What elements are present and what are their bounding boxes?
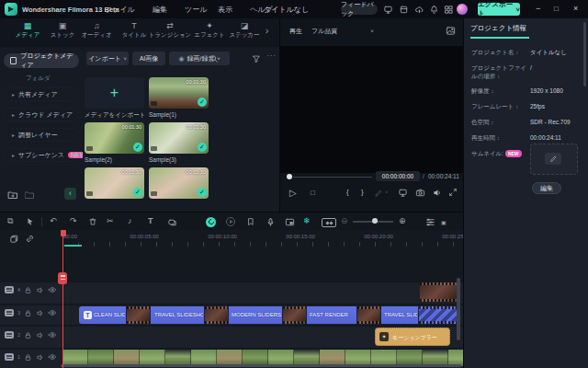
thumbnail-edit-box[interactable]: [530, 144, 578, 175]
menu-view[interactable]: 表示: [218, 5, 232, 15]
clip-thumbnail[interactable]: [126, 306, 151, 324]
window-close-button[interactable]: ×: [573, 4, 578, 13]
mark-out-button[interactable]: }: [361, 188, 364, 196]
tab-audio[interactable]: ♫オーディオ: [78, 21, 115, 40]
sidebar-item-project-media[interactable]: プロジェクトメディア: [4, 53, 79, 68]
window-maximize-button[interactable]: □: [554, 5, 559, 13]
zoom-in-icon[interactable]: ⊕: [399, 216, 406, 226]
pointer-select-icon[interactable]: [26, 217, 35, 226]
preview-snapshot-image-icon[interactable]: [446, 26, 456, 36]
export-button[interactable]: エクスポート˅: [478, 3, 520, 16]
sidebar-item-subsequence[interactable]: ▸サブシーケンスNEW: [4, 148, 79, 162]
chevron-down-icon[interactable]: ˅: [385, 190, 389, 195]
mute-icon[interactable]: [36, 309, 44, 317]
menu-file[interactable]: ファイル: [105, 5, 135, 15]
text-tool-icon[interactable]: T: [148, 216, 153, 226]
sidebar-item-adjustment-layer[interactable]: ▸調整レイヤー: [4, 128, 79, 142]
preview-viewport[interactable]: [280, 46, 464, 173]
audio-detach-icon[interactable]: ♪: [128, 216, 132, 226]
media-thumbnail-sample2[interactable]: 00:01:30✓: [85, 122, 144, 154]
edit-button[interactable]: 編集: [532, 182, 561, 194]
clip-thumbnail[interactable]: [356, 306, 381, 324]
title-clip-group[interactable]: T CLEAN SLIDES TRAVEL SLIDESHOW MODERN S…: [79, 306, 459, 324]
media-thumbnail-5[interactable]: 00:01:30✓: [149, 167, 209, 199]
tabs-more-arrow[interactable]: ›: [266, 26, 268, 36]
motion-blur-clip[interactable]: ✦ モーションブラー: [375, 328, 450, 346]
new-folder-icon[interactable]: [7, 190, 18, 201]
lock-icon[interactable]: [24, 286, 32, 294]
tab-stock[interactable]: ▣ストック: [44, 21, 81, 40]
record-button[interactable]: ◉録画/録音˅: [169, 52, 230, 65]
import-media-tile[interactable]: +: [85, 77, 144, 109]
tab-media[interactable]: ▦メディア: [9, 21, 46, 40]
tab-sticker[interactable]: ◪ステッカー: [226, 21, 263, 40]
voiceover-mic-icon[interactable]: [266, 217, 276, 227]
mute-icon[interactable]: [36, 331, 44, 339]
undo-icon[interactable]: ↶: [50, 216, 57, 226]
resource-box-icon[interactable]: [399, 5, 409, 15]
panel-scrollbar[interactable]: [583, 22, 586, 86]
zoom-out-icon[interactable]: ⊖: [341, 216, 348, 226]
media-thumbnail-4[interactable]: 00:01:30✓: [85, 167, 144, 199]
media-thumbnail-sample3[interactable]: 00:01:30✓: [149, 122, 209, 154]
more-options-icon[interactable]: ···: [266, 52, 277, 60]
delete-folder-icon[interactable]: [24, 190, 35, 201]
sidebar-item-cloud-media[interactable]: ▸クラウド メディア: [4, 108, 79, 121]
playhead-line[interactable]: [62, 230, 63, 368]
hide-track-icon[interactable]: [48, 285, 57, 294]
tab-transition[interactable]: ⇄トランジション: [147, 21, 193, 40]
clip-thumbnail-striped[interactable]: [418, 306, 459, 324]
display-device-icon[interactable]: [398, 188, 408, 198]
seek-track[interactable]: [293, 177, 372, 178]
keyframe-icon[interactable]: [322, 218, 336, 227]
hide-track-icon[interactable]: [48, 308, 57, 317]
menu-tools[interactable]: ツール: [185, 5, 207, 15]
lock-icon[interactable]: [24, 353, 32, 362]
hide-track-icon[interactable]: [48, 330, 57, 339]
snapshot-camera-icon[interactable]: [415, 188, 425, 198]
link-clips-icon[interactable]: [25, 234, 35, 244]
hide-track-icon[interactable]: [48, 352, 57, 362]
window-minimize-button[interactable]: −: [536, 4, 540, 13]
horizontal-scrollbar[interactable]: [61, 364, 461, 367]
ruler-tick-marks[interactable]: [62, 242, 463, 247]
redo-icon[interactable]: ↷: [70, 216, 77, 226]
volume-icon[interactable]: [432, 188, 442, 198]
vertical-scrollbar[interactable]: [457, 278, 460, 340]
pip-screen-icon[interactable]: [285, 217, 295, 227]
apps-grid-icon[interactable]: [444, 5, 454, 15]
cloud-upload-icon[interactable]: [414, 5, 424, 15]
ai-frame-interpolation-icon[interactable]: ❄: [303, 216, 311, 226]
feedback-button[interactable]: フィードバック: [341, 4, 378, 15]
video-clip-track4[interactable]: [419, 282, 458, 302]
media-thumbnail-sample1[interactable]: 00:01:30✓: [149, 77, 209, 109]
tab-project-info[interactable]: プロジェクト情報: [470, 24, 526, 33]
quality-dropdown[interactable]: フル品質 ˅: [311, 27, 374, 36]
clip-thumbnail[interactable]: [204, 306, 229, 324]
clone-voice-icon[interactable]: [167, 217, 177, 227]
play-button[interactable]: ▷: [289, 188, 297, 198]
lock-icon[interactable]: [24, 331, 32, 339]
speed-ramp-icon[interactable]: [206, 217, 216, 227]
fullscreen-icon[interactable]: [448, 188, 458, 197]
mute-icon[interactable]: [36, 353, 44, 362]
search-icon[interactable]: [209, 54, 219, 63]
device-monitor-icon[interactable]: [383, 5, 393, 15]
marker-flag-icon[interactable]: [246, 217, 255, 226]
ai-image-button[interactable]: AI画像: [132, 52, 165, 65]
filter-icon[interactable]: [252, 54, 261, 63]
track-row-4[interactable]: [0, 282, 463, 304]
user-avatar[interactable]: [457, 4, 468, 15]
lock-icon[interactable]: [24, 309, 32, 317]
quick-edit-icon[interactable]: [374, 189, 383, 198]
fit-timeline-icon[interactable]: ▣: [441, 218, 447, 228]
timeline-marker[interactable]: [58, 272, 67, 284]
clip-thumbnail[interactable]: [282, 306, 307, 324]
collapse-sidebar-button[interactable]: ‹: [64, 188, 76, 200]
mute-icon[interactable]: [36, 286, 44, 294]
import-button[interactable]: インポート˅: [86, 52, 129, 65]
manage-tracks-icon[interactable]: [9, 234, 19, 244]
pencil-edit-icon[interactable]: [545, 153, 561, 165]
sidebar-item-shared-media[interactable]: ▸共有メディア: [4, 87, 79, 101]
stop-button[interactable]: □: [311, 189, 315, 197]
